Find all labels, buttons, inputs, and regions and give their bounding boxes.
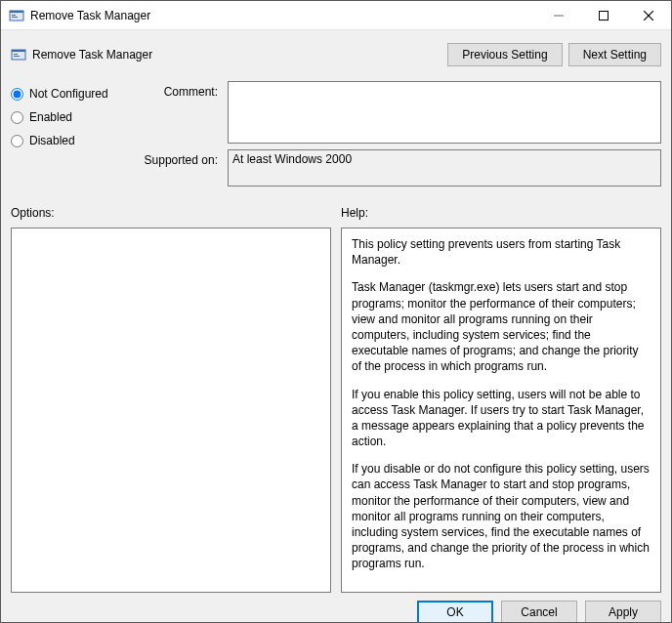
radio-not-configured-label: Not Configured [29, 87, 108, 101]
help-paragraph: If you disable or do not configure this … [352, 461, 651, 571]
pane-labels: Options: Help: [11, 206, 661, 220]
app-icon [9, 8, 24, 23]
content-area: Remove Task Manager Previous Setting Nex… [1, 30, 671, 623]
supported-label: Supported on: [134, 149, 222, 167]
help-paragraph: This policy setting prevents users from … [352, 236, 651, 268]
svg-rect-1 [10, 11, 23, 13]
state-radios: Not Configured Enabled Disabled [11, 81, 128, 147]
header-row: Remove Task Manager Previous Setting Nex… [11, 38, 661, 71]
svg-rect-5 [600, 11, 609, 20]
title-bar: Remove Task Manager [1, 1, 671, 30]
radio-disabled[interactable]: Disabled [11, 134, 128, 147]
radio-enabled-label: Enabled [29, 110, 72, 124]
radio-enabled[interactable]: Enabled [11, 110, 128, 124]
svg-rect-9 [12, 50, 25, 52]
panes: This policy setting prevents users from … [11, 228, 661, 593]
help-pane: This policy setting prevents users from … [341, 228, 661, 593]
comment-input[interactable] [228, 81, 661, 144]
policy-title: Remove Task Manager [32, 48, 441, 62]
svg-rect-10 [14, 54, 18, 55]
minimize-button[interactable] [536, 1, 581, 30]
cancel-button[interactable]: Cancel [501, 601, 577, 623]
window-title: Remove Task Manager [30, 9, 536, 22]
options-pane [11, 228, 331, 593]
footer-buttons: OK Cancel Apply [11, 597, 661, 623]
svg-rect-2 [12, 15, 16, 16]
previous-setting-button[interactable]: Previous Setting [447, 43, 562, 66]
apply-button[interactable]: Apply [585, 601, 661, 623]
config-grid: Not Configured Enabled Disabled Comment:… [11, 81, 661, 192]
comment-label: Comment: [134, 81, 222, 99]
radio-disabled-input[interactable] [11, 135, 23, 147]
maximize-button[interactable] [581, 1, 626, 30]
policy-icon [11, 47, 26, 62]
next-setting-button[interactable]: Next Setting [568, 43, 661, 66]
radio-not-configured[interactable]: Not Configured [11, 87, 128, 101]
radio-not-configured-input[interactable] [11, 88, 23, 101]
options-label: Options: [11, 206, 331, 220]
radio-enabled-input[interactable] [11, 111, 23, 124]
close-button[interactable] [626, 1, 671, 30]
ok-button[interactable]: OK [417, 601, 493, 623]
radio-disabled-label: Disabled [29, 134, 75, 147]
help-paragraph: If you enable this policy setting, users… [352, 387, 651, 450]
help-paragraph: Task Manager (taskmgr.exe) lets users st… [352, 279, 651, 374]
help-label: Help: [341, 206, 661, 220]
svg-rect-11 [14, 56, 20, 57]
supported-on-value [228, 149, 661, 187]
svg-rect-3 [12, 17, 18, 18]
